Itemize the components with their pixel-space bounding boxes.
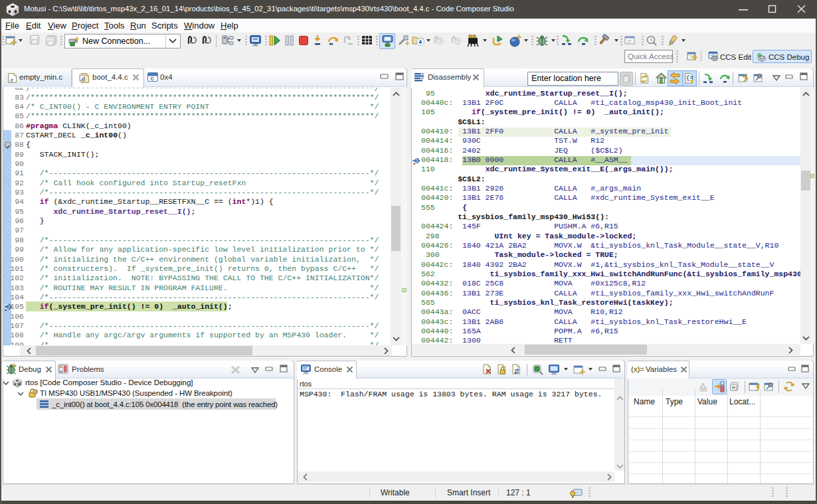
svg-text:.c: .c [80,76,85,82]
svg-text:.c: .c [9,77,14,83]
svg-text:c: c [151,75,154,82]
svg-text:P: P [35,390,38,394]
